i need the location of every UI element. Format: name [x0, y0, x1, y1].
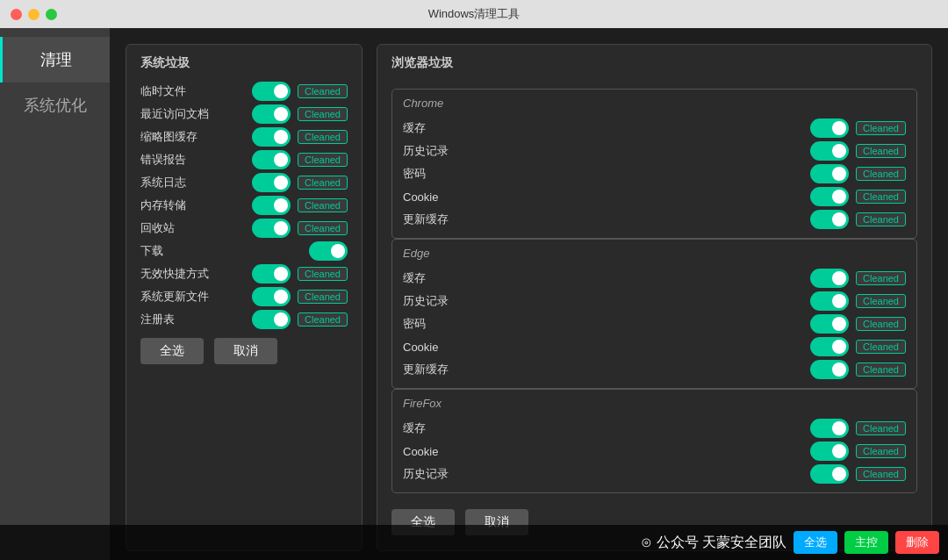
toggle-switch[interactable]	[810, 164, 849, 183]
browser-item-row: 历史记录Cleaned	[403, 290, 906, 312]
cleaned-badge: Cleaned	[298, 130, 348, 144]
browser-item-row: 密码Cleaned	[403, 162, 906, 185]
browser-item-row: 缓存Cleaned	[403, 267, 906, 290]
cleaned-badge: Cleaned	[856, 421, 906, 435]
system-item-label: 下载	[140, 243, 211, 259]
toggle-switch[interactable]	[810, 314, 849, 334]
browser-item-row: CookieCleaned	[403, 440, 906, 463]
browser-item-right: Cleaned	[810, 164, 906, 183]
toggle-switch[interactable]	[810, 337, 849, 356]
system-cancel-button[interactable]: 取消	[214, 338, 277, 364]
toggle-switch[interactable]	[309, 241, 348, 261]
cleaned-badge: Cleaned	[298, 198, 348, 212]
system-item-right: Cleaned	[252, 310, 348, 329]
browser-item-right: Cleaned	[810, 337, 906, 356]
browser-section: Chrome缓存Cleaned历史记录Cleaned密码CleanedCooki…	[391, 89, 917, 239]
browser-item-label: 缓存	[403, 270, 473, 286]
toggle-switch[interactable]	[810, 269, 849, 288]
browser-section-title: FireFox	[403, 397, 906, 410]
system-select-all-button[interactable]: 全选	[140, 338, 204, 364]
cleaned-badge: Cleaned	[856, 340, 906, 354]
browser-item-right: Cleaned	[810, 141, 906, 161]
cleaned-badge: Cleaned	[856, 317, 906, 331]
sidebar-item-optimize[interactable]: 系统优化	[0, 83, 110, 128]
browser-item-right: Cleaned	[810, 314, 906, 334]
browser-item-label: 更新缓存	[403, 212, 473, 227]
system-item-row: 错误报告Cleaned	[140, 148, 348, 171]
toggle-switch[interactable]	[810, 464, 849, 484]
system-item-row: 内存转储Cleaned	[140, 194, 348, 217]
browser-item-label: Cookie	[403, 445, 473, 458]
browser-item-right: Cleaned	[810, 187, 906, 206]
toggle-switch[interactable]	[810, 442, 849, 461]
browser-item-right: Cleaned	[810, 291, 906, 311]
toggle-switch[interactable]	[252, 104, 291, 124]
sidebar: 清理 系统优化	[0, 28, 110, 560]
toggle-switch[interactable]	[810, 291, 849, 311]
toggle-switch[interactable]	[252, 287, 291, 306]
cleaned-badge: Cleaned	[856, 294, 906, 308]
sidebar-item-clean[interactable]: 清理	[0, 37, 110, 83]
toggle-switch[interactable]	[810, 210, 849, 229]
system-item-row: 下载	[140, 240, 348, 262]
watermark-text: ⊙ 公众号 天蒙安全团队	[641, 534, 786, 552]
cleaned-badge: Cleaned	[856, 121, 906, 135]
cleaned-badge: Cleaned	[298, 312, 348, 327]
watermark-select-button[interactable]: 全选	[794, 531, 837, 554]
toggle-switch[interactable]	[252, 196, 291, 215]
cleaned-badge: Cleaned	[856, 167, 906, 181]
browser-item-label: 更新缓存	[403, 362, 473, 377]
browser-item-right: Cleaned	[810, 210, 906, 229]
toggle-switch[interactable]	[810, 141, 849, 161]
system-item-right: Cleaned	[252, 196, 348, 215]
toggle-switch[interactable]	[252, 173, 291, 192]
cleaned-badge: Cleaned	[298, 84, 348, 98]
cleaned-badge: Cleaned	[298, 290, 348, 304]
browser-item-row: 历史记录Cleaned	[403, 140, 906, 162]
toggle-switch[interactable]	[252, 310, 291, 329]
browser-item-right: Cleaned	[810, 269, 906, 288]
browser-section: FireFox缓存CleanedCookieCleaned历史记录Cleaned	[391, 389, 917, 493]
watermark-main-button[interactable]: 主控	[844, 531, 888, 554]
browser-item-label: 密码	[403, 166, 473, 182]
browser-item-label: 历史记录	[403, 466, 473, 482]
toggle-switch[interactable]	[252, 150, 291, 169]
toggle-switch[interactable]	[810, 187, 849, 206]
system-item-label: 缩略图缓存	[140, 129, 211, 145]
toggle-switch[interactable]	[810, 419, 849, 438]
browser-item-right: Cleaned	[810, 442, 906, 461]
close-button[interactable]	[11, 9, 22, 20]
toggle-switch[interactable]	[810, 118, 849, 138]
system-item-row: 缩略图缓存Cleaned	[140, 126, 348, 148]
toggle-switch[interactable]	[252, 82, 291, 101]
system-item-right: Cleaned	[252, 150, 348, 169]
main-content: 系统垃圾 临时文件Cleaned最近访问文档Cleaned缩略图缓存Cleane…	[110, 28, 948, 560]
cleaned-badge: Cleaned	[298, 153, 348, 167]
sidebar-label-optimize: 系统优化	[24, 97, 87, 114]
browser-item-row: 缓存Cleaned	[403, 417, 906, 440]
browser-section-title: Chrome	[403, 97, 906, 110]
toggle-switch[interactable]	[810, 360, 849, 379]
browser-item-right: Cleaned	[810, 360, 906, 379]
cleaned-badge: Cleaned	[856, 363, 906, 377]
maximize-button[interactable]	[46, 9, 57, 20]
browser-panel: 浏览器垃圾 Chrome缓存Cleaned历史记录Cleaned密码Cleane…	[377, 44, 932, 551]
browser-item-label: 缓存	[403, 420, 473, 436]
cleaned-badge: Cleaned	[298, 267, 348, 281]
toggle-switch[interactable]	[252, 219, 291, 238]
titlebar-title: Windows清理工具	[428, 6, 521, 22]
browser-item-row: 历史记录Cleaned	[403, 463, 906, 485]
system-item-row: 系统日志Cleaned	[140, 171, 348, 194]
browser-item-right: Cleaned	[810, 464, 906, 484]
content-row: 系统垃圾 临时文件Cleaned最近访问文档Cleaned缩略图缓存Cleane…	[126, 44, 932, 551]
system-item-right: Cleaned	[252, 264, 348, 284]
system-item-label: 错误报告	[140, 152, 211, 168]
cleaned-badge: Cleaned	[298, 107, 348, 121]
toggle-switch[interactable]	[252, 127, 291, 147]
titlebar-buttons	[11, 9, 57, 20]
watermark-delete-button[interactable]: 删除	[895, 531, 939, 554]
system-item-right: Cleaned	[252, 173, 348, 192]
toggle-switch[interactable]	[252, 264, 291, 284]
system-item-label: 回收站	[140, 220, 211, 236]
minimize-button[interactable]	[28, 9, 40, 20]
